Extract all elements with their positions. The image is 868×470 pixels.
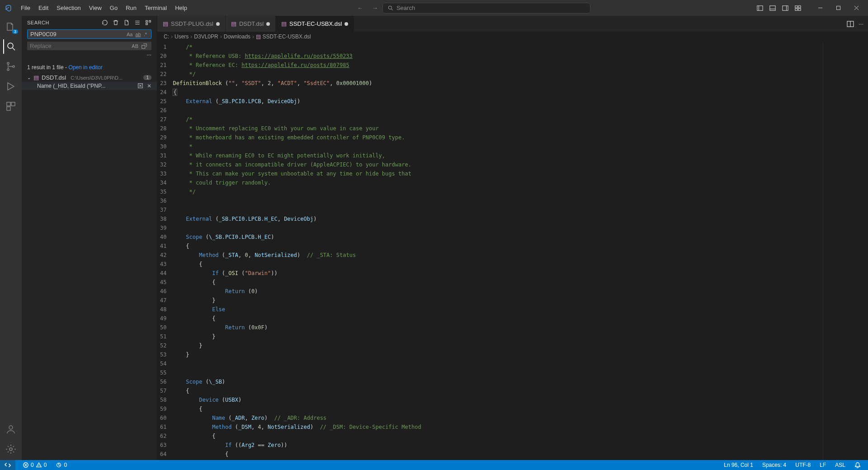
breadcrumb-segment[interactable]: ▤ SSDT-EC-USBX.dsl bbox=[256, 33, 311, 40]
more-icon[interactable]: ··· bbox=[859, 20, 863, 27]
clear-icon[interactable] bbox=[113, 19, 119, 26]
layout-right-icon[interactable] bbox=[782, 5, 788, 11]
accounts-icon[interactable] bbox=[4, 422, 18, 437]
minimap[interactable] bbox=[823, 42, 868, 460]
result-match[interactable]: Name (_HID, EisaId ("PNP... ✕ bbox=[22, 82, 157, 90]
breadcrumb-segment[interactable]: D3VL0PR bbox=[194, 33, 218, 40]
svg-point-9 bbox=[8, 43, 13, 48]
breadcrumb[interactable]: C:›Users›D3VL0PR›Downloads›▤ SSDT-EC-USB… bbox=[157, 32, 868, 42]
nav-forward-icon[interactable]: → bbox=[372, 5, 378, 11]
remote-button[interactable] bbox=[0, 460, 15, 470]
open-in-editor-link[interactable]: Open in editor bbox=[68, 64, 102, 71]
run-debug-icon[interactable] bbox=[4, 79, 18, 94]
file-icon: ▤ bbox=[256, 33, 261, 40]
tab[interactable]: ▤DSDT.dsl bbox=[226, 16, 276, 32]
svg-rect-18 bbox=[146, 20, 148, 22]
language-mode[interactable]: ASL bbox=[833, 462, 847, 468]
search-icon[interactable] bbox=[3, 39, 18, 54]
sidebar: SEARCH Aa ab .* AB ··· bbox=[22, 16, 157, 460]
svg-rect-4 bbox=[795, 5, 797, 7]
tab-bar: ▤SSDT-PLUG.dsl▤DSDT.dsl▤SSDT-EC-USBX.dsl… bbox=[157, 16, 868, 32]
svg-point-0 bbox=[388, 6, 392, 9]
notifications-icon[interactable] bbox=[853, 462, 863, 468]
menu-help[interactable]: Help bbox=[171, 3, 191, 13]
global-search[interactable]: Search bbox=[382, 3, 590, 14]
refresh-icon[interactable] bbox=[102, 19, 108, 26]
close-icon[interactable]: ✕ bbox=[147, 83, 151, 89]
chevron-down-icon: ⌄ bbox=[27, 75, 31, 80]
file-icon: ▤ bbox=[33, 74, 39, 81]
match-word-icon[interactable]: ab bbox=[134, 32, 142, 37]
dismiss-icon[interactable] bbox=[137, 83, 143, 89]
activity-bar: 3 bbox=[0, 16, 22, 460]
explorer-badge: 3 bbox=[12, 29, 18, 34]
file-icon: ▤ bbox=[163, 20, 168, 27]
title-bar: FileEditSelectionViewGoRunTerminalHelp ←… bbox=[0, 0, 868, 16]
layout-bottom-icon[interactable] bbox=[769, 5, 776, 11]
extensions-icon[interactable] bbox=[4, 99, 18, 114]
preserve-case-icon[interactable]: AB bbox=[130, 43, 140, 49]
breadcrumb-segment[interactable]: Downloads bbox=[224, 33, 250, 40]
svg-rect-7 bbox=[798, 8, 801, 10]
results-summary: 1 result in 1 file - Open in editor bbox=[22, 62, 157, 73]
menu-go[interactable]: Go bbox=[106, 3, 121, 13]
tab[interactable]: ▤SSDT-PLUG.dsl bbox=[157, 16, 226, 32]
modified-dot-icon bbox=[344, 22, 348, 26]
minimize-button[interactable] bbox=[812, 2, 828, 14]
svg-point-11 bbox=[7, 69, 9, 71]
menu-bar: FileEditSelectionViewGoRunTerminalHelp bbox=[17, 3, 191, 13]
code-content[interactable]: /* * Reference USB: https://applelife.ru… bbox=[173, 42, 823, 460]
layout-panel-icon[interactable] bbox=[757, 5, 763, 11]
svg-rect-3 bbox=[783, 5, 788, 10]
collapse-icon[interactable] bbox=[134, 19, 141, 26]
modified-dot-icon bbox=[216, 22, 220, 26]
indentation[interactable]: Spaces: 4 bbox=[760, 462, 788, 468]
encoding[interactable]: UTF-8 bbox=[793, 462, 812, 468]
file-icon: ▤ bbox=[231, 20, 236, 27]
maximize-button[interactable] bbox=[830, 2, 846, 14]
svg-rect-15 bbox=[7, 107, 10, 110]
search-input[interactable]: Aa ab .* bbox=[27, 29, 151, 39]
nav-back-icon[interactable]: ← bbox=[357, 5, 363, 11]
search-more-icon[interactable]: ··· bbox=[27, 50, 151, 59]
regex-icon[interactable]: .* bbox=[142, 32, 148, 37]
menu-edit[interactable]: Edit bbox=[35, 3, 52, 13]
match-count: 1 bbox=[143, 75, 151, 80]
svg-point-17 bbox=[9, 448, 12, 451]
split-editor-icon[interactable] bbox=[847, 20, 854, 28]
new-file-icon[interactable] bbox=[123, 19, 130, 26]
editor: ▤SSDT-PLUG.dsl▤DSDT.dsl▤SSDT-EC-USBX.dsl… bbox=[157, 16, 868, 460]
menu-view[interactable]: View bbox=[85, 3, 105, 13]
menu-run[interactable]: Run bbox=[122, 3, 140, 13]
search-icon bbox=[387, 5, 394, 11]
svg-rect-1 bbox=[757, 5, 763, 10]
errors-warnings[interactable]: 0 0 bbox=[21, 462, 48, 468]
layout-grid-icon[interactable] bbox=[795, 5, 801, 11]
menu-file[interactable]: File bbox=[17, 3, 34, 13]
replace-input[interactable]: AB bbox=[27, 42, 151, 50]
svg-rect-20 bbox=[146, 23, 148, 25]
svg-rect-5 bbox=[798, 5, 801, 7]
breadcrumb-segment[interactable]: C: bbox=[164, 33, 169, 40]
close-button[interactable] bbox=[848, 2, 864, 14]
modified-dot-icon bbox=[266, 22, 270, 26]
svg-point-12 bbox=[13, 66, 14, 67]
replace-all-icon[interactable] bbox=[140, 43, 149, 49]
source-control-icon[interactable] bbox=[4, 59, 18, 74]
explorer-icon[interactable]: 3 bbox=[4, 19, 18, 34]
cursor-position[interactable]: Ln 96, Col 1 bbox=[722, 462, 755, 468]
menu-terminal[interactable]: Terminal bbox=[141, 3, 170, 13]
view-tree-icon[interactable] bbox=[145, 19, 151, 26]
menu-selection[interactable]: Selection bbox=[53, 3, 84, 13]
breadcrumb-segment[interactable]: Users bbox=[175, 33, 189, 40]
tab[interactable]: ▤SSDT-EC-USBX.dsl bbox=[276, 16, 354, 32]
eol[interactable]: LF bbox=[818, 462, 828, 468]
svg-point-10 bbox=[7, 62, 9, 64]
match-case-icon[interactable]: Aa bbox=[125, 32, 134, 37]
svg-rect-13 bbox=[7, 102, 10, 106]
result-file[interactable]: ⌄ ▤ DSDT.dsl C:\Users\D3VL0PR\D... 1 bbox=[22, 73, 157, 82]
settings-gear-icon[interactable] bbox=[4, 442, 18, 456]
svg-rect-6 bbox=[795, 8, 797, 10]
svg-rect-8 bbox=[836, 6, 840, 10]
ports[interactable]: 0 bbox=[54, 462, 69, 468]
